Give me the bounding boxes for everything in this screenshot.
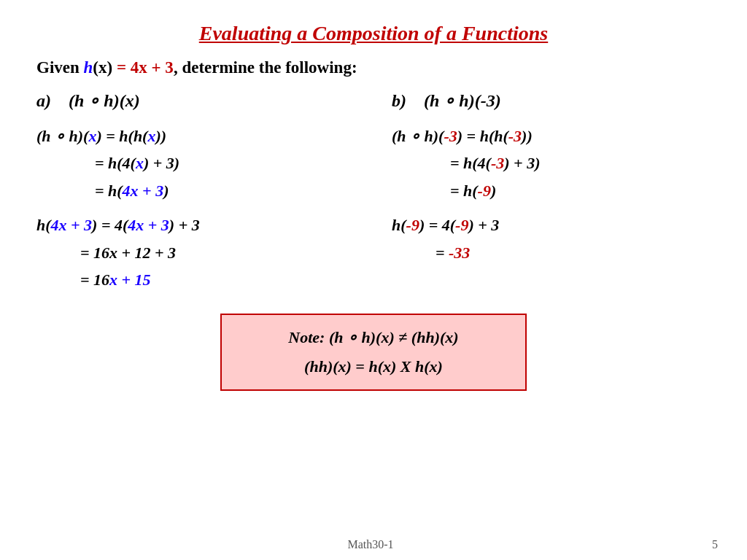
sol-a-line2: = h(4(x) + 3)	[95, 149, 363, 176]
sol-b-line1: (h ∘ h)(-3) = h(h(-3))	[392, 122, 718, 149]
sol-b2-line1: h(-9) = 4(-9) + 3	[392, 211, 718, 238]
sol-b-line2: = h(4(-3) + 3)	[450, 149, 718, 176]
page-title: Evaluating a Composition of a Functions	[29, 22, 718, 45]
given-suffix: , determine the following:	[174, 58, 357, 77]
solution-b-block: (h ∘ h)(-3) = h(h(-3)) = h(4(-3) + 3) = …	[392, 122, 718, 204]
part-a-expression: (h ∘ h)(x)	[69, 91, 140, 110]
column-right: b) (h ∘ h)(-3) (h ∘ h)(-3) = h(h(-3)) = …	[363, 90, 718, 300]
column-left: a) (h ∘ h)(x) (h ∘ h)(x) = h(h(x)) = h(4…	[29, 90, 363, 300]
note-line2: (hh)(x) = h(x) X h(x)	[244, 357, 503, 376]
solution-a-block: (h ∘ h)(x) = h(h(x)) = h(4(x) + 3) = h(4…	[36, 122, 363, 204]
sol-a-line3: = h(4x + 3)	[95, 177, 363, 204]
given-h: h	[84, 58, 93, 77]
part-a-letter: a)	[36, 91, 51, 110]
note-line1: Note: (h ∘ h)(x) ≠ (hh)(x)	[244, 328, 503, 347]
part-b-expression: (h ∘ h)(-3)	[424, 91, 501, 110]
sol-a-line1: (h ∘ h)(x) = h(h(x))	[36, 122, 363, 149]
note-box: Note: (h ∘ h)(x) ≠ (hh)(x) (hh)(x) = h(x…	[220, 314, 527, 391]
sol-a2-line3: = 16x + 15	[80, 266, 363, 293]
main-content: a) (h ∘ h)(x) (h ∘ h)(x) = h(h(x)) = h(4…	[29, 90, 718, 300]
footer-center: Math30-1	[347, 538, 393, 551]
given-prefix: Given	[36, 58, 84, 77]
part-b-letter: b)	[392, 91, 406, 110]
part-a-label: a) (h ∘ h)(x)	[36, 90, 363, 111]
sol-b2-line2: = -33	[436, 239, 718, 266]
given-statement: Given h(x) = 4x + 3, determine the follo…	[36, 58, 718, 77]
footer: Math30-1 5	[0, 538, 747, 551]
footer-right: 5	[712, 538, 718, 551]
page: Evaluating a Composition of a Functions …	[0, 0, 747, 560]
part-b-label: b) (h ∘ h)(-3)	[392, 90, 718, 111]
sol-a2-line1: h(4x + 3) = 4(4x + 3) + 3	[36, 211, 363, 238]
solution-a2-block: h(4x + 3) = 4(4x + 3) + 3 = 16x + 12 + 3…	[36, 211, 363, 293]
solution-b2-block: h(-9) = 4(-9) + 3 = -33	[392, 211, 718, 266]
given-paren-x: (x)	[93, 58, 112, 77]
given-eq: = 4x + 3	[112, 58, 174, 77]
sol-b-line3: = h(-9)	[450, 177, 718, 204]
sol-a2-line2: = 16x + 12 + 3	[80, 239, 363, 266]
